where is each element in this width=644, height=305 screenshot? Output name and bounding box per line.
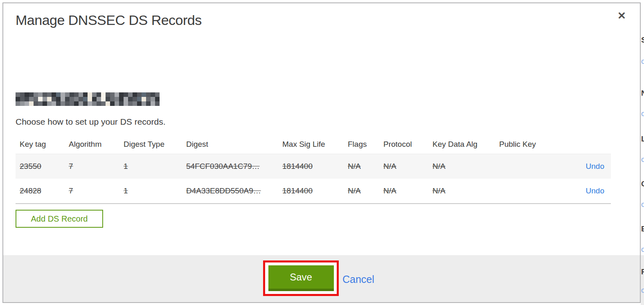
cell-digest-type: 1 [119, 162, 182, 171]
cell-algorithm: 7 [65, 162, 119, 171]
manage-dnssec-modal: Manage DNSSEC DS Records ✕ Choose how to… [2, 2, 641, 303]
column-header-protocol: Protocol [379, 140, 428, 149]
cell-flags: N/A [344, 162, 379, 171]
undo-link[interactable]: Undo [586, 162, 604, 170]
cell-key-data-alg: N/A [428, 162, 495, 171]
cell-digest-type: 1 [119, 186, 182, 195]
column-header-key-tag: Key tag [16, 140, 65, 149]
cell-key-tag: 23550 [16, 162, 65, 171]
close-icon[interactable]: ✕ [617, 11, 626, 21]
column-header-flags: Flags [344, 140, 379, 149]
column-header-public-key: Public Key [495, 140, 556, 149]
table-header-row: Key tag Algorithm Digest Type Digest Max… [16, 135, 611, 154]
table-body: 23550 7 1 54FCF030AA1C79… 1814400 N/A N/… [16, 154, 611, 204]
table-row: 23550 7 1 54FCF030AA1C79… 1814400 N/A N/… [16, 154, 611, 179]
cell-max-sig-life: 1814400 [278, 162, 344, 171]
undo-link[interactable]: Undo [586, 186, 604, 195]
column-header-digest: Digest [182, 140, 278, 149]
cancel-link[interactable]: Cancel [342, 274, 374, 285]
cell-digest: D4A33E8DD550A9… [182, 186, 278, 195]
column-header-digest-type: Digest Type [119, 140, 182, 149]
modal-footer: Save Cancel [3, 255, 640, 302]
cell-max-sig-life: 1814400 [278, 186, 344, 195]
instruction-text: Choose how to set up your DS records. [16, 117, 166, 127]
ds-records-table: Key tag Algorithm Digest Type Digest Max… [16, 135, 611, 204]
cell-digest: 54FCF030AA1C79… [182, 162, 278, 171]
page-title: Manage DNSSEC DS Records [16, 12, 202, 28]
save-button[interactable]: Save [268, 265, 334, 291]
cell-algorithm: 7 [65, 186, 119, 195]
add-ds-record-button[interactable]: Add DS Record [16, 210, 103, 228]
column-header-max-sig-life: Max Sig Life [278, 140, 344, 149]
column-header-key-data-alg: Key Data Alg [428, 140, 495, 149]
column-header-algorithm: Algorithm [65, 140, 119, 149]
cell-protocol: N/A [379, 186, 428, 195]
cell-protocol: N/A [379, 162, 428, 171]
table-row: 24828 7 1 D4A33E8DD550A9… 1814400 N/A N/… [16, 179, 611, 203]
cell-key-tag: 24828 [16, 186, 65, 195]
cell-flags: N/A [344, 186, 379, 195]
redacted-domain-name [16, 92, 160, 106]
annotation-highlight: Save [263, 260, 339, 296]
cell-key-data-alg: N/A [428, 186, 495, 195]
backdrop-footer-tint [641, 255, 644, 305]
backdrop-sliver: SoNoLoCoEoPo [641, 0, 644, 305]
